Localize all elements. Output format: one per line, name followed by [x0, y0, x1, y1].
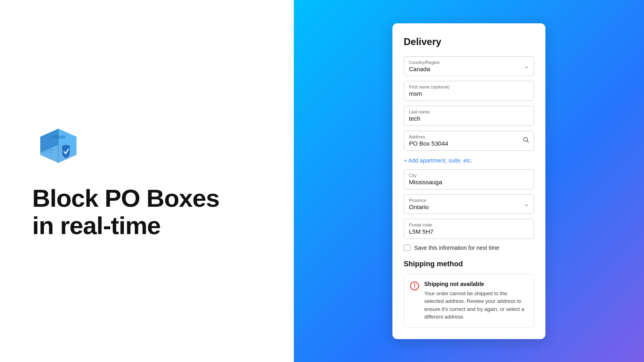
delivery-card: Delivery Country/Region Canada ⌄ First n…	[392, 23, 545, 339]
country-region-group: Country/Region Canada ⌄	[404, 56, 534, 76]
svg-rect-4	[52, 136, 65, 139]
country-region-label: Country/Region	[409, 60, 521, 65]
last-name-label: Last name	[409, 109, 529, 114]
first-name-group: First name (optional)	[404, 81, 534, 101]
shipping-method-title: Shipping method	[404, 260, 534, 268]
first-name-label: First name (optional)	[409, 84, 529, 89]
country-region-value: Canada	[409, 66, 521, 72]
city-field[interactable]: City	[404, 169, 534, 189]
country-region-field[interactable]: Country/Region Canada ⌄	[404, 56, 534, 76]
right-panel: Delivery Country/Region Canada ⌄ First n…	[294, 0, 644, 362]
address-input[interactable]	[409, 140, 518, 147]
postal-code-field[interactable]: Postal code	[404, 219, 534, 239]
province-field[interactable]: Province Ontario ⌄	[404, 194, 534, 214]
headline-line2: in real-time	[32, 212, 219, 239]
province-group: Province Ontario ⌄	[404, 194, 534, 214]
svg-line-8	[527, 141, 529, 142]
postal-code-label: Postal code	[409, 222, 529, 227]
save-info-row: Save this information for next time	[404, 245, 534, 251]
last-name-input[interactable]	[409, 115, 529, 122]
postal-code-group: Postal code	[404, 219, 534, 239]
province-value: Ontario	[409, 204, 521, 210]
svg-point-11	[414, 287, 415, 288]
address-field[interactable]: Address	[404, 131, 534, 151]
address-search-icon[interactable]	[523, 137, 529, 145]
save-info-label: Save this information for next time	[414, 245, 500, 251]
shipping-error-box: Shipping not available Your order cannot…	[404, 274, 534, 328]
city-group: City	[404, 169, 534, 189]
logo-area	[32, 123, 85, 169]
address-group: Address	[404, 131, 534, 151]
province-label: Province	[409, 198, 521, 203]
shipping-error-title: Shipping not available	[424, 281, 528, 287]
city-label: City	[409, 173, 529, 178]
city-input[interactable]	[409, 179, 529, 185]
shipping-error-description: Your order cannot be shipped to the sele…	[424, 290, 528, 321]
add-apartment-link[interactable]: + Add apartment, suite, etc.	[404, 157, 473, 164]
headline-line1: Block PO Boxes	[32, 185, 219, 212]
country-chevron-icon: ⌄	[524, 63, 529, 69]
save-info-checkbox[interactable]	[404, 245, 410, 251]
logo-icon	[32, 123, 85, 167]
left-panel: Block PO Boxes in real-time	[0, 0, 294, 362]
delivery-title: Delivery	[404, 36, 534, 47]
postal-code-input[interactable]	[409, 228, 529, 235]
headline: Block PO Boxes in real-time	[32, 185, 219, 239]
shipping-error-content: Shipping not available Your order cannot…	[424, 281, 528, 321]
first-name-input[interactable]	[409, 90, 529, 97]
address-label: Address	[409, 134, 518, 139]
shipping-error-icon	[410, 281, 419, 291]
first-name-field[interactable]: First name (optional)	[404, 81, 534, 101]
province-chevron-icon: ⌄	[524, 201, 529, 207]
last-name-field[interactable]: Last name	[404, 106, 534, 126]
last-name-group: Last name	[404, 106, 534, 126]
